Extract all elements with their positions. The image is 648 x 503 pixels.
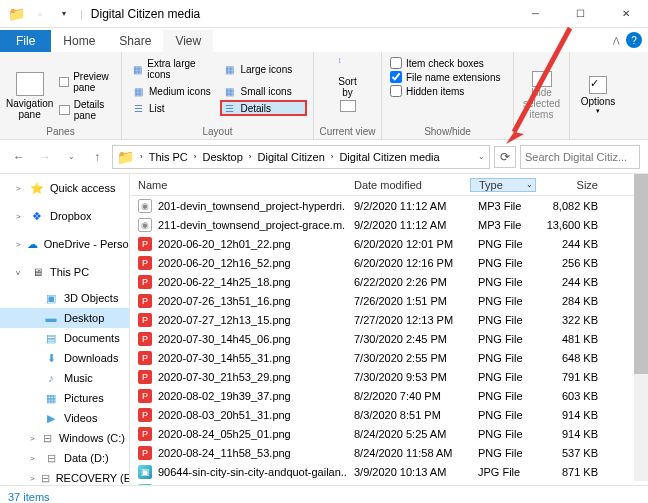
forward-button[interactable]: → xyxy=(34,146,56,168)
layout-large-icons[interactable]: ▦Large icons xyxy=(220,56,308,82)
expand-icon[interactable]: > xyxy=(16,240,21,249)
scrollbar-thumb[interactable] xyxy=(634,174,648,374)
expand-icon[interactable]: > xyxy=(30,454,38,463)
file-row[interactable]: ▣90644-sin-city-sin-city-andquot-gailan.… xyxy=(130,462,648,481)
file-row[interactable]: P2020-07-30_21h53_29.png7/30/2020 9:53 P… xyxy=(130,367,648,386)
file-icon: P xyxy=(138,408,152,422)
sidebar-item[interactable]: ♪Music xyxy=(0,368,129,388)
file-icon: P xyxy=(138,370,152,384)
tree-item-icon: ▬ xyxy=(44,311,58,325)
expand-icon[interactable]: > xyxy=(30,474,35,483)
file-size: 481 KB xyxy=(536,333,606,345)
hidden-items-checkbox[interactable]: Hidden items xyxy=(388,84,507,98)
status-item-count: 37 items xyxy=(8,491,50,503)
expand-icon[interactable]: > xyxy=(16,212,24,221)
qat-dropdown-icon[interactable]: ▾ xyxy=(56,6,72,22)
current-view-label: Current view xyxy=(314,126,381,137)
sidebar-item[interactable]: >⊟Data (D:) xyxy=(0,448,129,468)
breadcrumb-dropdown-icon[interactable]: ⌄ xyxy=(478,152,485,161)
preview-pane-button[interactable]: Preview pane xyxy=(57,69,115,95)
sidebar-item[interactable]: >⭐Quick access xyxy=(0,178,129,198)
folder-icon: 📁 xyxy=(117,149,134,165)
tab-file[interactable]: File xyxy=(0,30,51,52)
column-header-name[interactable]: Name xyxy=(130,179,346,191)
file-row[interactable]: P2020-08-03_20h51_31.png8/3/2020 8:51 PM… xyxy=(130,405,648,424)
sidebar-item[interactable]: ▶Videos xyxy=(0,408,129,428)
details-pane-button[interactable]: Details pane xyxy=(57,97,115,123)
file-icon: P xyxy=(138,313,152,327)
details-icon: ☰ xyxy=(223,102,237,114)
column-header-type[interactable]: Type⌄ xyxy=(470,178,536,192)
file-row[interactable]: P2020-07-27_12h13_15.png7/27/2020 12:13 … xyxy=(130,310,648,329)
sidebar-item[interactable]: v🖥This PC xyxy=(0,262,129,282)
file-row[interactable]: P2020-06-20_12h01_22.png6/20/2020 12:01 … xyxy=(130,234,648,253)
file-name: 211-devin_townsend_project-grace.m... xyxy=(158,219,346,231)
column-header-size[interactable]: Size xyxy=(536,179,606,191)
layout-extra-large-icons[interactable]: ▦Extra large icons xyxy=(128,56,216,82)
minimize-button[interactable]: ─ xyxy=(513,0,558,28)
file-row[interactable]: P2020-08-24_11h58_53.png8/24/2020 11:58 … xyxy=(130,443,648,462)
layout-details[interactable]: ☰Details xyxy=(220,100,308,116)
file-row[interactable]: P2020-07-30_14h45_06.png7/30/2020 2:45 P… xyxy=(130,329,648,348)
file-row[interactable]: P2020-08-02_19h39_37.png8/2/2020 7:40 PM… xyxy=(130,386,648,405)
file-row[interactable]: ◉201-devin_townsend_project-hyperdri...9… xyxy=(130,196,648,215)
help-icon[interactable]: ? xyxy=(626,32,642,48)
breadcrumb-segment[interactable]: Desktop xyxy=(200,151,244,163)
sidebar-item[interactable]: ▣3D Objects xyxy=(0,288,129,308)
recent-locations-button[interactable]: ⌄ xyxy=(60,146,82,168)
file-name-extensions-checkbox[interactable]: File name extensions xyxy=(388,70,507,84)
vertical-scrollbar[interactable] xyxy=(634,174,648,481)
sidebar-item[interactable]: >☁OneDrive - Person xyxy=(0,234,129,254)
file-row[interactable]: P2020-07-30_14h55_31.png7/30/2020 2:55 P… xyxy=(130,348,648,367)
search-input[interactable] xyxy=(520,145,640,169)
collapse-ribbon-icon[interactable]: ⋀ xyxy=(613,36,620,45)
columns-icon[interactable] xyxy=(340,100,356,112)
sidebar-item[interactable]: >⊟Windows (C:) xyxy=(0,428,129,448)
file-date: 9/2/2020 11:12 AM xyxy=(346,200,470,212)
column-header-date[interactable]: Date modified xyxy=(346,179,470,191)
expand-icon[interactable]: v xyxy=(16,268,24,277)
layout-list[interactable]: ☰List xyxy=(128,100,216,116)
column-headers: Name Date modified Type⌄ Size xyxy=(130,174,648,196)
sidebar-item[interactable]: ▤Documents xyxy=(0,328,129,348)
sidebar-item[interactable]: ⬇Downloads xyxy=(0,348,129,368)
breadcrumb-segment[interactable]: This PC xyxy=(147,151,190,163)
file-row[interactable]: P2020-06-20_12h16_52.png6/20/2020 12:16 … xyxy=(130,253,648,272)
sort-by-button[interactable]: ↕ Sort by xyxy=(338,56,358,98)
tab-share[interactable]: Share xyxy=(107,30,163,52)
breadcrumb[interactable]: 📁 › This PC› Desktop› Digital Citizen› D… xyxy=(112,145,490,169)
tab-view[interactable]: View xyxy=(163,30,213,52)
file-row[interactable]: P2020-06-22_14h25_18.png6/22/2020 2:26 P… xyxy=(130,272,648,291)
file-type: PNG File xyxy=(470,238,536,250)
file-row[interactable]: P2020-07-26_13h51_16.png7/26/2020 1:51 P… xyxy=(130,291,648,310)
sidebar-item[interactable]: >⊟RECOVERY (E:) xyxy=(0,468,129,485)
item-check-boxes-checkbox[interactable]: Item check boxes xyxy=(388,56,507,70)
file-name: 2020-07-27_12h13_15.png xyxy=(158,314,291,326)
maximize-button[interactable]: ☐ xyxy=(558,0,603,28)
refresh-button[interactable]: ⟳ xyxy=(494,146,516,168)
sidebar-item[interactable]: ▦Pictures xyxy=(0,388,129,408)
file-type: PNG File xyxy=(470,390,536,402)
file-row[interactable]: ◉211-devin_townsend_project-grace.m...9/… xyxy=(130,215,648,234)
up-button[interactable]: ↑ xyxy=(86,146,108,168)
file-icon: P xyxy=(138,351,152,365)
file-size: 914 KB xyxy=(536,428,606,440)
expand-icon[interactable]: > xyxy=(16,184,24,193)
file-row[interactable]: P2020-08-24_05h25_01.png8/24/2020 5:25 A… xyxy=(130,424,648,443)
expand-icon[interactable]: > xyxy=(30,434,36,443)
sidebar-item[interactable]: ▬Desktop xyxy=(0,308,129,328)
close-button[interactable]: ✕ xyxy=(603,0,648,28)
layout-medium-icons[interactable]: ▦Medium icons xyxy=(128,83,216,99)
file-size: 13,600 KB xyxy=(536,219,606,231)
tab-home[interactable]: Home xyxy=(51,30,107,52)
navigation-pane-label: Navigation pane xyxy=(6,98,53,120)
navigation-pane-button[interactable]: Navigation pane xyxy=(6,56,53,135)
file-size: 244 KB xyxy=(536,238,606,250)
sidebar-item[interactable]: >❖Dropbox xyxy=(0,206,129,226)
file-row[interactable]: ▣245289.jpg2/29/2020 11:58 AMJPG File401… xyxy=(130,481,648,485)
back-button[interactable]: ← xyxy=(8,146,30,168)
breadcrumb-segment[interactable]: Digital Citizen media xyxy=(337,151,441,163)
layout-small-icons[interactable]: ▦Small icons xyxy=(220,83,308,99)
breadcrumb-segment[interactable]: Digital Citizen xyxy=(256,151,327,163)
file-type: MP3 File xyxy=(470,219,536,231)
